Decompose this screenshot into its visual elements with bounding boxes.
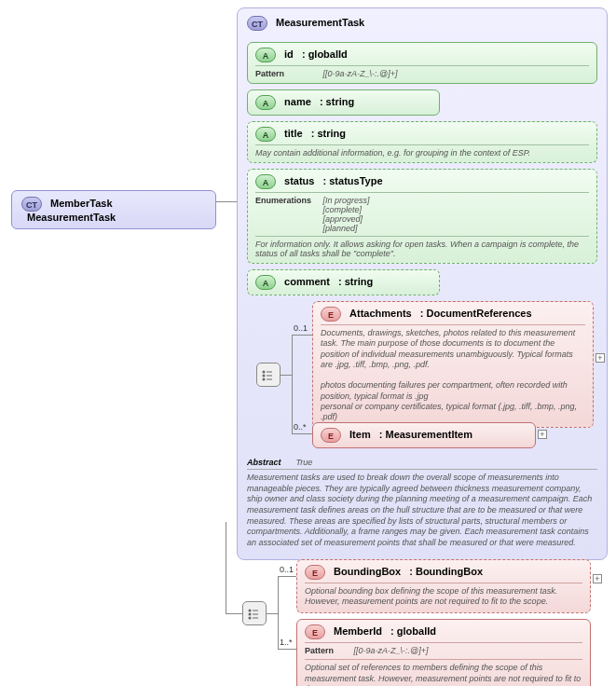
element-memberid: E MemberId : globalId Pattern [[0-9a-zA-… [296,619,591,686]
attr-desc: For information only. It allows asking f… [255,236,589,258]
abstract-value: True [296,458,313,467]
attr-comment: A comment : string [247,269,440,295]
attr-type: : statusType [323,175,383,186]
element-desc: Optional set of references to members de… [305,659,582,686]
connector [278,576,279,649]
element-name: Attachments [349,308,412,319]
ct-badge: CT [247,16,267,31]
root-complex-type: CT MemberTask MeasurementTask [11,190,216,229]
element-type: : BoundingBox [409,566,483,577]
sequence-connector-icon [256,363,281,387]
element-name: BoundingBox [334,566,401,577]
enum-label: Enumerations [255,196,321,205]
svg-point-2 [263,378,266,381]
attr-type: : string [338,276,373,287]
abstract-row: Abstract True [247,456,597,470]
element-desc: Documents, drawings, sketches, photos re… [321,324,585,422]
ct-name: MeasurementTask [276,17,364,28]
enum-value: [planned] [323,224,370,233]
attr-id: A id : globalId Pattern [[0-9a-zA-Z_\-:.… [247,42,597,84]
connector [281,375,292,376]
svg-point-0 [263,371,266,374]
svg-point-6 [249,610,252,612]
attr-name-box: A name : string [247,89,440,116]
connector [216,201,237,202]
root-type: MeasurementTask [27,212,116,223]
connector [226,522,226,613]
sequence-connector-icon [242,601,267,625]
element-type: : MeasurementItem [379,429,472,440]
ct-description: Measurement tasks are used to break down… [247,470,597,552]
attr-type: : string [311,128,346,139]
attribute-badge: A [255,127,276,142]
svg-point-8 [249,617,252,620]
element-attachments: E Attachments : DocumentReferences Docum… [312,301,594,428]
attr-name: comment [284,276,330,287]
element-badge: E [305,565,325,580]
attr-type: : globalId [302,48,348,60]
enum-value: [In progress] [323,196,370,205]
multiplicity: 1..* [280,638,293,647]
pattern-label: Pattern [305,646,351,656]
connector [292,335,293,433]
element-name: Item [349,429,371,440]
element-type: : globalId [390,625,436,637]
measurement-task-frame: CT MeasurementTask A id : globalId Patte… [237,7,608,560]
enum-value: [approved] [323,214,370,224]
pattern-value: [[0-9a-zA-Z_\-:.@]+] [323,69,398,78]
attribute-badge: A [255,95,276,110]
pattern-value: [[0-9a-zA-Z_\-:.@]+] [354,646,429,655]
attr-title: A title : string May contain additional … [247,121,597,163]
attr-name: id [284,48,294,60]
connector [278,576,296,577]
pattern-label: Pattern [255,69,321,78]
attr-name: name [284,96,311,107]
element-type: : DocumentReferences [420,308,532,319]
connector [292,433,312,434]
attr-name: status [284,175,314,186]
attr-name: title [284,128,303,139]
element-badge: E [305,624,325,639]
element-desc: Optional bounding box defining the scope… [305,583,582,608]
attribute-badge: A [255,48,276,62]
expand-handle[interactable]: + [595,353,605,363]
enum-value: [complete] [323,205,370,214]
expand-handle[interactable]: + [593,574,602,583]
attribute-badge: A [255,174,276,189]
element-boundingbox: E BoundingBox : BoundingBox Optional bou… [296,559,591,613]
root-name: MemberTask [50,198,112,209]
element-badge: E [321,428,341,443]
attr-type: : string [320,96,354,107]
element-badge: E [321,307,341,322]
expand-handle[interactable]: + [538,430,547,439]
attr-status: A status : statusType Enumerations [In p… [247,169,597,264]
attribute-badge: A [255,275,276,290]
multiplicity: 0..1 [280,565,294,574]
connector [226,613,242,614]
element-item: E Item : MeasurementItem [312,422,536,448]
connector [267,613,278,614]
connector [278,649,296,650]
attr-desc: May contain additional information, e.g.… [255,144,589,158]
svg-point-7 [249,613,252,616]
ct-badge: CT [21,197,42,212]
connector [292,335,312,336]
multiplicity: 0..1 [294,323,308,333]
abstract-label: Abstract [247,458,294,467]
element-name: MemberId [334,625,382,637]
svg-point-1 [263,375,266,377]
multiplicity: 0..* [294,422,307,432]
